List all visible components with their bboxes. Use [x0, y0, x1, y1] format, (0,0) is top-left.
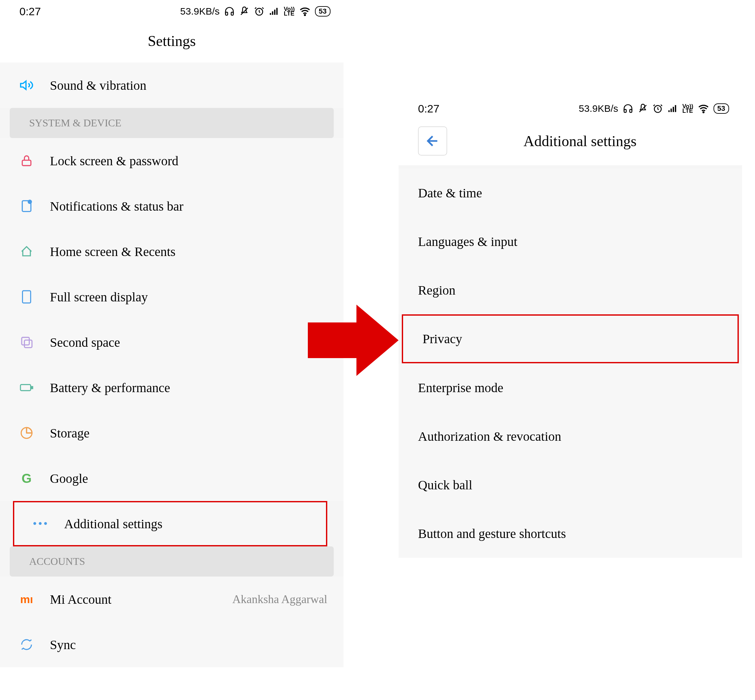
settings-item-label: Google: [50, 471, 334, 486]
svg-rect-24: [675, 105, 676, 112]
svg-rect-13: [20, 385, 30, 391]
status-icons: 53.9KB/s Vo))LTE 53: [180, 6, 330, 17]
svg-rect-10: [22, 291, 30, 303]
svg-rect-2: [270, 13, 271, 14]
mute-icon: [638, 103, 648, 114]
settings-list: Sound & vibration SYSTEM & DEVICE Lock s…: [0, 62, 344, 667]
more-icon: •••: [34, 517, 48, 531]
section-header-accounts: ACCOUNTS: [10, 546, 334, 577]
notifications-icon: [19, 199, 34, 213]
settings-item-lock[interactable]: Lock screen & password: [0, 138, 344, 183]
battery-icon: [19, 380, 34, 395]
settings-item-label: Second space: [50, 335, 334, 350]
settings-item-label: Storage: [50, 425, 334, 441]
svg-rect-22: [671, 109, 672, 112]
mi-icon: mı: [19, 592, 34, 606]
settings-item-label: Full screen display: [50, 289, 334, 305]
settings-item-secondspace[interactable]: Second space: [0, 320, 344, 365]
svg-rect-7: [22, 160, 31, 166]
settings-item-miaccount[interactable]: mı Mi Account Akanksha Aggarwal: [0, 577, 344, 622]
settings-item-label: Lock screen & password: [50, 153, 334, 169]
status-time: 0:27: [418, 102, 439, 115]
svg-rect-21: [669, 110, 670, 112]
settings-item-battery[interactable]: Battery & performance: [0, 365, 344, 410]
svg-rect-4: [274, 10, 275, 15]
headphones-icon: [224, 6, 234, 17]
settings-item-label: Additional settings: [64, 516, 316, 531]
additional-item-datetime[interactable]: Date & time: [399, 169, 742, 217]
google-icon: G: [19, 471, 34, 486]
volte-icon: Vo))LTE: [284, 7, 295, 16]
network-speed: 53.9KB/s: [579, 103, 618, 114]
battery-indicator: 53: [714, 103, 729, 114]
svg-point-25: [703, 112, 704, 113]
additional-item-privacy[interactable]: Privacy: [402, 314, 739, 363]
status-icons: 53.9KB/s Vo))LTE 53: [579, 103, 729, 114]
settings-item-notifications[interactable]: Notifications & status bar: [0, 183, 344, 229]
settings-item-google[interactable]: G Google: [0, 456, 344, 501]
settings-item-label: Sync: [50, 637, 334, 652]
status-time: 0:27: [19, 5, 41, 18]
svg-marker-18: [308, 305, 399, 376]
status-bar: 0:27 53.9KB/s Vo))LTE 53: [0, 0, 344, 23]
svg-rect-3: [272, 11, 273, 15]
svg-rect-11: [22, 338, 29, 345]
settings-item-storage[interactable]: Storage: [0, 410, 344, 456]
svg-rect-5: [277, 8, 278, 14]
headphones-icon: [623, 103, 633, 114]
settings-item-label: Battery & performance: [50, 380, 334, 395]
secondspace-icon: [19, 335, 34, 349]
svg-rect-14: [31, 387, 33, 389]
additional-item-languages[interactable]: Languages & input: [399, 217, 742, 266]
storage-icon: [19, 426, 34, 440]
home-icon: [19, 244, 34, 259]
settings-item-label: Mi Account: [50, 592, 216, 607]
additional-item-authorization[interactable]: Authorization & revocation: [399, 412, 742, 461]
settings-item-additional[interactable]: ••• Additional settings: [13, 501, 327, 546]
mute-icon: [239, 6, 250, 17]
wifi-icon: [299, 6, 310, 17]
alarm-icon: [653, 103, 663, 114]
sound-icon: [19, 78, 34, 92]
back-button[interactable]: [418, 127, 447, 156]
signal-icon: [667, 103, 678, 114]
additional-item-quickball[interactable]: Quick ball: [399, 461, 742, 509]
settings-item-label: Sound & vibration: [50, 78, 334, 93]
svg-point-9: [28, 200, 31, 203]
title-bar: Additional settings: [399, 120, 742, 165]
settings-item-label: Notifications & status bar: [50, 198, 334, 214]
alarm-icon: [254, 6, 264, 17]
additional-settings-screen: 0:27 53.9KB/s Vo))LTE 53 A: [399, 97, 742, 648]
settings-screen: 0:27 53.9KB/s Vo))LTE 53 Settings: [0, 0, 344, 700]
battery-indicator: 53: [315, 6, 330, 17]
svg-line-19: [639, 105, 646, 112]
svg-point-6: [304, 14, 305, 16]
settings-item-fullscreen[interactable]: Full screen display: [0, 274, 344, 320]
section-header-system: SYSTEM & DEVICE: [10, 108, 334, 138]
page-title: Additional settings: [457, 133, 732, 150]
settings-item-value: Akanksha Aggarwal: [232, 592, 334, 606]
settings-item-home[interactable]: Home screen & Recents: [0, 229, 344, 274]
additional-item-shortcuts[interactable]: Button and gesture shortcuts: [399, 509, 742, 558]
svg-rect-12: [24, 340, 32, 347]
svg-rect-23: [673, 107, 674, 112]
volte-icon: Vo))LTE: [682, 104, 693, 113]
additional-item-enterprise[interactable]: Enterprise mode: [399, 363, 742, 412]
fullscreen-icon: [19, 290, 34, 304]
additional-item-region[interactable]: Region: [399, 266, 742, 314]
sync-icon: [19, 638, 34, 652]
svg-line-0: [241, 8, 247, 14]
arrow-annotation: [308, 305, 399, 376]
settings-item-sound[interactable]: Sound & vibration: [0, 62, 344, 108]
status-bar: 0:27 53.9KB/s Vo))LTE 53: [399, 97, 742, 120]
page-title: Settings: [0, 23, 344, 62]
wifi-icon: [698, 103, 709, 114]
settings-item-sync[interactable]: Sync: [0, 622, 344, 667]
settings-item-label: Home screen & Recents: [50, 244, 334, 259]
signal-icon: [269, 6, 279, 17]
additional-settings-list: Date & time Languages & input Region Pri…: [399, 165, 742, 558]
lock-icon: [19, 154, 34, 168]
network-speed: 53.9KB/s: [180, 6, 220, 17]
